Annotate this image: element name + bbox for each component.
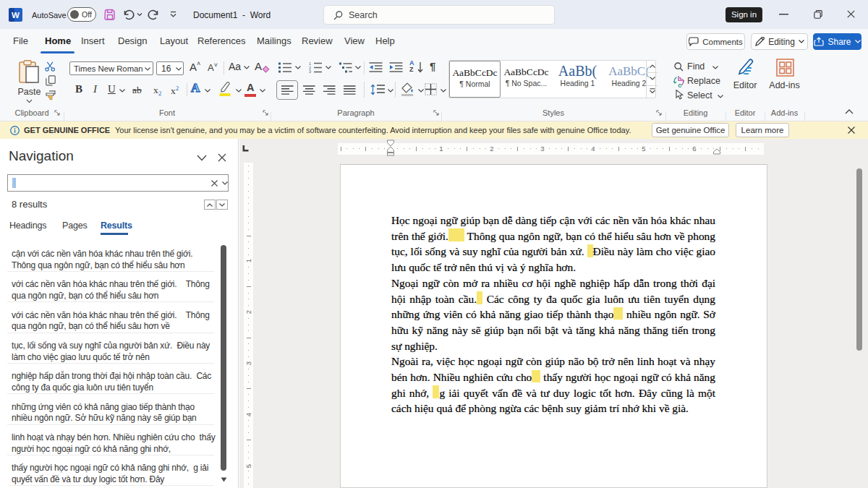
svg-text:3: 3 — [309, 69, 311, 73]
svg-text:W: W — [12, 11, 20, 20]
svg-text:c: c — [678, 82, 681, 88]
